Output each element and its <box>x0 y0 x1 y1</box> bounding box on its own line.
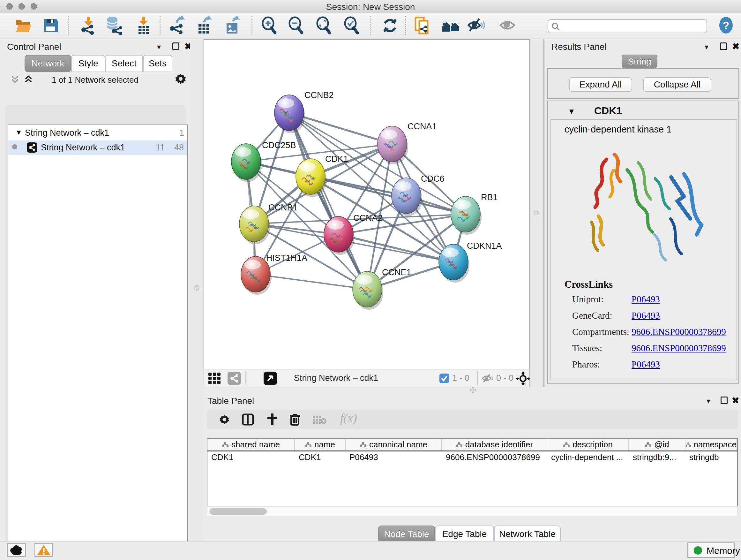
collapse-all-button[interactable]: Collapse All <box>643 77 711 92</box>
crosslink-link[interactable]: P06493 <box>631 294 660 305</box>
table-options-gear-icon[interactable] <box>218 414 230 427</box>
zoom-fit-icon[interactable] <box>314 16 333 36</box>
memory-button[interactable]: Memory <box>687 543 735 558</box>
splitter-grip[interactable] <box>534 210 539 215</box>
panel-menu-icon[interactable]: ▾ <box>706 396 711 406</box>
vertical-splitter-right[interactable] <box>530 39 543 387</box>
open-session-icon[interactable] <box>14 16 32 36</box>
network-node-hist1h1a: HIST1H1A <box>241 253 307 295</box>
import-table-icon[interactable] <box>134 16 152 36</box>
delete-column-icon[interactable] <box>289 413 300 428</box>
network-edge <box>289 113 367 289</box>
zoom-in-icon[interactable] <box>260 16 278 36</box>
show-columns-icon[interactable] <box>242 414 254 427</box>
hide-selected-icon[interactable] <box>467 16 485 36</box>
collection-expander-icon[interactable]: ▼ <box>15 128 22 137</box>
node-label-ccnb2: CCNB2 <box>305 90 334 100</box>
node-label-ccne1: CCNE1 <box>382 267 411 277</box>
crosslink-row: Uniprot:P06493 <box>572 294 732 310</box>
network-node-cdc6: CDC6 <box>392 174 445 216</box>
table-horizontal-scrollbar[interactable] <box>207 507 738 516</box>
hidden-eye-icon[interactable] <box>482 373 494 385</box>
cloud-status-button[interactable] <box>7 543 26 557</box>
open-in-window-icon[interactable] <box>264 372 277 386</box>
table-cell[interactable]: CDK1 <box>295 451 346 463</box>
export-table-icon[interactable] <box>195 16 213 36</box>
zoom-out-icon[interactable] <box>286 16 305 36</box>
network-node-count: 11 <box>156 143 165 152</box>
node-table[interactable]: shared namenamecanonical namedatabase id… <box>207 438 738 506</box>
table-row[interactable]: CDK1CDK1P064939606.ENSP00000378699cyclin… <box>207 451 737 463</box>
table-cell[interactable]: P06493 <box>346 451 442 463</box>
warnings-button[interactable] <box>35 543 53 557</box>
table-cell[interactable]: stringdb <box>685 451 737 463</box>
tab-node-table[interactable]: Node Table <box>378 525 435 543</box>
table-header-row: shared namenamecanonical namedatabase id… <box>207 439 737 451</box>
network-options-gear-icon[interactable] <box>174 72 187 86</box>
network-share-icon[interactable] <box>227 372 241 386</box>
export-network-icon[interactable] <box>168 16 186 36</box>
import-network-database-icon[interactable] <box>104 16 123 36</box>
grid-view-icon[interactable] <box>208 372 222 386</box>
splitter-grip[interactable] <box>470 387 476 393</box>
column-header-namespace[interactable]: namespace <box>685 439 737 450</box>
crosslink-link[interactable]: 9606.ENSP00000378699 <box>631 343 726 354</box>
zoom-selected-icon[interactable] <box>342 16 360 36</box>
vertical-splitter-left[interactable] <box>190 39 204 541</box>
crosslink-link[interactable]: P06493 <box>631 310 660 321</box>
scrollbar-thumb[interactable] <box>209 508 267 515</box>
add-column-icon[interactable] <box>266 413 278 427</box>
tab-style[interactable]: Style <box>71 55 105 72</box>
network-node-ccne1: CCNE1 <box>353 267 411 310</box>
selected-nodes-checkbox[interactable] <box>440 374 449 384</box>
column-header-shared-name[interactable]: shared name <box>207 439 295 450</box>
table-cell[interactable]: CDK1 <box>207 451 295 463</box>
search-input[interactable] <box>548 19 707 33</box>
export-image-icon[interactable] <box>223 16 241 36</box>
tab-sets[interactable]: Sets <box>143 55 172 72</box>
network-collection-row[interactable]: ▼ String Network – cdk1 1 <box>8 126 187 140</box>
close-panel-icon[interactable]: ✖ <box>732 41 739 52</box>
table-cell[interactable]: 9606.ENSP00000378699 <box>442 451 547 463</box>
tab-edge-table[interactable]: Edge Table <box>435 525 494 543</box>
toolbar-separator <box>370 16 371 35</box>
first-neighbors-icon[interactable] <box>441 16 460 36</box>
birds-eye-toggle-icon[interactable] <box>516 372 530 387</box>
table-cell[interactable]: stringdb:9... <box>629 451 685 463</box>
float-panel-icon[interactable] <box>172 43 179 50</box>
collection-label: String Network – cdk1 <box>25 128 109 138</box>
float-panel-icon[interactable] <box>721 396 728 404</box>
tab-select[interactable]: Select <box>105 55 143 72</box>
new-network-from-selection-icon[interactable] <box>413 16 431 36</box>
import-network-file-icon[interactable] <box>78 16 97 36</box>
collection-count: 1 <box>179 128 184 138</box>
network-row-selected[interactable]: String Network – cdk1 11 48 <box>8 140 187 155</box>
column-header--id[interactable]: @id <box>629 439 685 450</box>
table-cell[interactable]: cyclin-dependent ... <box>547 451 629 463</box>
crosslink-row: GeneCard:P06493 <box>572 310 732 327</box>
network-edge <box>256 274 367 289</box>
section-expander-icon[interactable]: ▼ <box>568 107 576 116</box>
float-panel-icon[interactable] <box>720 43 727 50</box>
splitter-grip[interactable] <box>194 285 199 291</box>
tab-network[interactable]: Network <box>24 55 71 72</box>
tab-string[interactable]: String <box>622 55 657 68</box>
column-header-name[interactable]: name <box>295 439 346 450</box>
column-header-canonical-name[interactable]: canonical name <box>346 439 442 450</box>
network-canvas[interactable]: CCNB2CCNA1CDC25BCDK1CDC6RB1CCNB1CCNA2CDK… <box>204 39 530 369</box>
column-header-database-identifier[interactable]: database identifier <box>442 439 547 450</box>
tab-network-table[interactable]: Network Table <box>494 525 561 543</box>
close-panel-icon[interactable]: ✖ <box>732 395 739 406</box>
column-header-description[interactable]: description <box>547 439 629 450</box>
expand-all-button[interactable]: Expand All <box>569 77 632 92</box>
panel-menu-icon[interactable]: ▾ <box>704 43 709 51</box>
refresh-icon[interactable] <box>381 16 399 36</box>
save-session-icon[interactable] <box>42 16 60 36</box>
horizontal-splitter[interactable] <box>204 387 741 393</box>
help-button[interactable]: ? <box>719 17 733 34</box>
crosslink-link[interactable]: P06493 <box>631 359 660 370</box>
toolbar-separator <box>405 16 406 35</box>
panel-menu-icon[interactable]: ▾ <box>157 43 161 51</box>
crosslink-link[interactable]: 9606.ENSP00000378699 <box>631 327 726 337</box>
show-all-icon[interactable] <box>498 16 517 36</box>
